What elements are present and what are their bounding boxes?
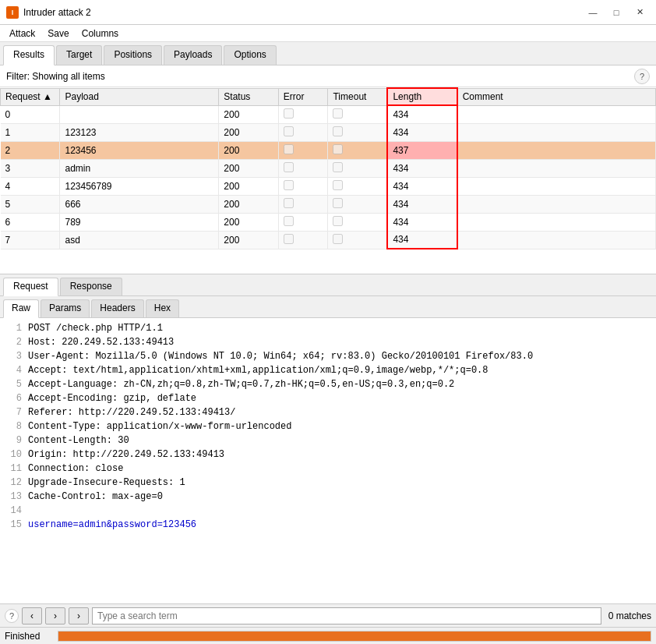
cell-status: 200 bbox=[219, 105, 278, 123]
window-controls: ― □ ✕ bbox=[583, 5, 650, 19]
nav-forward-button[interactable]: › bbox=[69, 607, 89, 625]
cell-timeout bbox=[328, 231, 387, 249]
cell-length: 434 bbox=[387, 123, 457, 141]
table-row[interactable]: 2 123456 200 437 bbox=[1, 141, 656, 159]
search-help-button[interactable]: ? bbox=[5, 609, 19, 623]
cell-request: 3 bbox=[1, 159, 60, 177]
request-line: 8Content-Type: application/x-www-form-ur… bbox=[3, 419, 653, 433]
request-line: 10Origin: http://220.249.52.133:49413 bbox=[3, 448, 653, 462]
col-timeout[interactable]: Timeout bbox=[328, 88, 387, 105]
request-line: 9Content-Length: 30 bbox=[3, 433, 653, 448]
status-text: Finished bbox=[5, 631, 51, 642]
request-line: 15username=admin&password=123456 bbox=[3, 518, 653, 532]
maximize-button[interactable]: □ bbox=[606, 5, 626, 19]
col-request[interactable]: Request ▲ bbox=[1, 88, 60, 105]
cell-length: 434 bbox=[387, 105, 457, 123]
tab-results[interactable]: Results bbox=[3, 45, 55, 65]
cell-status: 200 bbox=[219, 159, 278, 177]
cell-comment bbox=[457, 123, 656, 141]
cell-length: 434 bbox=[387, 231, 457, 249]
menu-bar: Attack Save Columns bbox=[0, 25, 656, 42]
cell-request: 7 bbox=[1, 231, 60, 249]
cell-timeout bbox=[328, 177, 387, 195]
table-row[interactable]: 6 789 200 434 bbox=[1, 213, 656, 231]
tab-request[interactable]: Request bbox=[3, 278, 58, 296]
table-row[interactable]: 5 666 200 434 bbox=[1, 195, 656, 213]
cell-payload: 666 bbox=[60, 195, 219, 213]
search-input[interactable] bbox=[92, 607, 601, 625]
cell-comment bbox=[457, 213, 656, 231]
sub-tab-raw[interactable]: Raw bbox=[3, 299, 39, 318]
cell-comment bbox=[457, 177, 656, 195]
minimize-button[interactable]: ― bbox=[583, 5, 603, 19]
table-row[interactable]: 4 123456789 200 434 bbox=[1, 177, 656, 195]
sub-tab-hex[interactable]: Hex bbox=[146, 299, 179, 317]
cell-payload: 789 bbox=[60, 213, 219, 231]
window-title: Intruder attack 2 bbox=[23, 7, 583, 18]
cell-comment bbox=[457, 195, 656, 213]
table-row[interactable]: 1 123123 200 434 bbox=[1, 123, 656, 141]
menu-columns[interactable]: Columns bbox=[76, 27, 125, 41]
col-error[interactable]: Error bbox=[278, 88, 328, 105]
request-line: 5Accept-Language: zh-CN,zh;q=0.8,zh-TW;q… bbox=[3, 377, 653, 391]
cell-timeout bbox=[328, 105, 387, 123]
cell-request: 6 bbox=[1, 213, 60, 231]
request-line: 1POST /check.php HTTP/1.1 bbox=[3, 321, 653, 335]
tab-positions[interactable]: Positions bbox=[104, 45, 162, 65]
cell-error bbox=[278, 159, 328, 177]
col-payload[interactable]: Payload bbox=[60, 88, 219, 105]
request-line: 14 bbox=[3, 504, 653, 518]
cell-comment bbox=[457, 141, 656, 159]
nav-prev-button[interactable]: ‹ bbox=[22, 607, 42, 625]
request-line: 3User-Agent: Mozilla/5.0 (Windows NT 10.… bbox=[3, 349, 653, 363]
cell-comment bbox=[457, 231, 656, 249]
cell-payload: 123456789 bbox=[60, 177, 219, 195]
cell-timeout bbox=[328, 213, 387, 231]
progress-bar bbox=[58, 631, 651, 642]
cell-timeout bbox=[328, 195, 387, 213]
matches-count: 0 matches bbox=[605, 610, 651, 621]
sub-tab-headers[interactable]: Headers bbox=[91, 299, 143, 317]
col-comment[interactable]: Comment bbox=[457, 88, 656, 105]
request-body: 1POST /check.php HTTP/1.12Host: 220.249.… bbox=[0, 318, 656, 603]
table-row[interactable]: 3 admin 200 434 bbox=[1, 159, 656, 177]
col-status[interactable]: Status bbox=[219, 88, 278, 105]
filter-help-button[interactable]: ? bbox=[634, 69, 650, 84]
title-bar: I Intruder attack 2 ― □ ✕ bbox=[0, 0, 656, 25]
tab-response[interactable]: Response bbox=[60, 278, 122, 295]
col-length[interactable]: Length bbox=[387, 88, 457, 105]
request-line: 12Upgrade-Insecure-Requests: 1 bbox=[3, 476, 653, 490]
cell-status: 200 bbox=[219, 177, 278, 195]
sub-tab-params[interactable]: Params bbox=[41, 299, 90, 317]
tab-options[interactable]: Options bbox=[224, 45, 276, 65]
request-line: 11Connection: close bbox=[3, 462, 653, 476]
close-button[interactable]: ✕ bbox=[630, 5, 650, 19]
table-row[interactable]: 0 200 434 bbox=[1, 105, 656, 123]
cell-status: 200 bbox=[219, 141, 278, 159]
cell-timeout bbox=[328, 141, 387, 159]
table-row[interactable]: 7 asd 200 434 bbox=[1, 231, 656, 249]
cell-error bbox=[278, 231, 328, 249]
menu-save[interactable]: Save bbox=[41, 27, 75, 41]
cell-status: 200 bbox=[219, 195, 278, 213]
cell-error bbox=[278, 105, 328, 123]
cell-payload bbox=[60, 105, 219, 123]
cell-timeout bbox=[328, 159, 387, 177]
bottom-search-bar: ? ‹ › › 0 matches bbox=[0, 603, 656, 627]
cell-length: 434 bbox=[387, 213, 457, 231]
request-line: 6Accept-Encoding: gzip, deflate bbox=[3, 391, 653, 405]
tab-target[interactable]: Target bbox=[56, 45, 102, 65]
filter-bar: Filter: Showing all items ? bbox=[0, 65, 656, 87]
app-icon: I bbox=[6, 6, 19, 19]
cell-payload: asd bbox=[60, 231, 219, 249]
cell-comment bbox=[457, 105, 656, 123]
request-line: 13Cache-Control: max-age=0 bbox=[3, 490, 653, 504]
cell-error bbox=[278, 141, 328, 159]
filter-text: Filter: Showing all items bbox=[6, 71, 634, 82]
cell-request: 5 bbox=[1, 195, 60, 213]
tab-payloads[interactable]: Payloads bbox=[164, 45, 222, 65]
cell-length: 434 bbox=[387, 159, 457, 177]
nav-next-button[interactable]: › bbox=[45, 607, 65, 625]
menu-attack[interactable]: Attack bbox=[3, 27, 41, 41]
results-table: Request ▲ Payload Status Error Timeout L… bbox=[0, 87, 656, 249]
